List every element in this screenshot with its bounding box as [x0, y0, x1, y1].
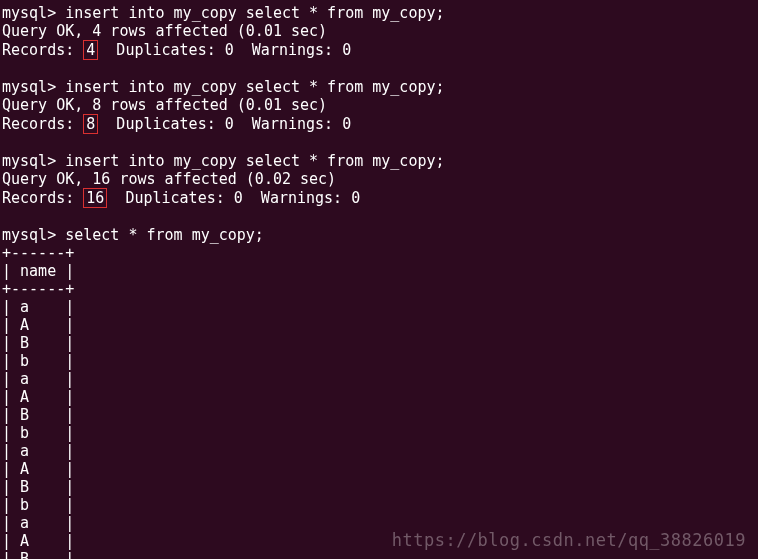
blank-line — [2, 60, 756, 78]
table-row: | A | — [2, 316, 756, 334]
table-row: | b | — [2, 424, 756, 442]
table-header: | name | — [2, 262, 756, 280]
table-row: | b | — [2, 352, 756, 370]
table-row: | b | — [2, 496, 756, 514]
sql-query: select * from my_copy; — [65, 226, 264, 244]
sql-query: insert into my_copy select * from my_cop… — [65, 4, 444, 22]
blank-line — [2, 208, 756, 226]
terminal-output: mysql> insert into my_copy select * from… — [2, 4, 756, 559]
records-line: Records: 16 Duplicates: 0 Warnings: 0 — [2, 188, 756, 208]
result-line: Query OK, 4 rows affected (0.01 sec) — [2, 22, 756, 40]
query-line: mysql> insert into my_copy select * from… — [2, 152, 756, 170]
table-row: | a | — [2, 298, 756, 316]
highlight-records: 16 — [83, 188, 107, 208]
table-row: | B | — [2, 406, 756, 424]
mysql-prompt: mysql> — [2, 78, 65, 96]
table-row: | B | — [2, 550, 756, 559]
highlight-records: 4 — [83, 40, 98, 60]
mysql-prompt: mysql> — [2, 226, 65, 244]
table-row: | a | — [2, 442, 756, 460]
query-line: mysql> select * from my_copy; — [2, 226, 756, 244]
blank-line — [2, 134, 756, 152]
records-line: Records: 4 Duplicates: 0 Warnings: 0 — [2, 40, 756, 60]
table-row: | a | — [2, 370, 756, 388]
query-line: mysql> insert into my_copy select * from… — [2, 78, 756, 96]
table-border: +------+ — [2, 280, 756, 298]
result-line: Query OK, 16 rows affected (0.02 sec) — [2, 170, 756, 188]
table-row: | A | — [2, 388, 756, 406]
highlight-records: 8 — [83, 114, 98, 134]
table-border: +------+ — [2, 244, 756, 262]
table-row: | A | — [2, 460, 756, 478]
table-row: | B | — [2, 478, 756, 496]
query-line: mysql> insert into my_copy select * from… — [2, 4, 756, 22]
watermark-text: https://blog.csdn.net/qq_38826019 — [392, 531, 746, 549]
table-row: | B | — [2, 334, 756, 352]
mysql-prompt: mysql> — [2, 152, 65, 170]
records-line: Records: 8 Duplicates: 0 Warnings: 0 — [2, 114, 756, 134]
sql-query: insert into my_copy select * from my_cop… — [65, 78, 444, 96]
result-line: Query OK, 8 rows affected (0.01 sec) — [2, 96, 756, 114]
mysql-prompt: mysql> — [2, 4, 65, 22]
sql-query: insert into my_copy select * from my_cop… — [65, 152, 444, 170]
